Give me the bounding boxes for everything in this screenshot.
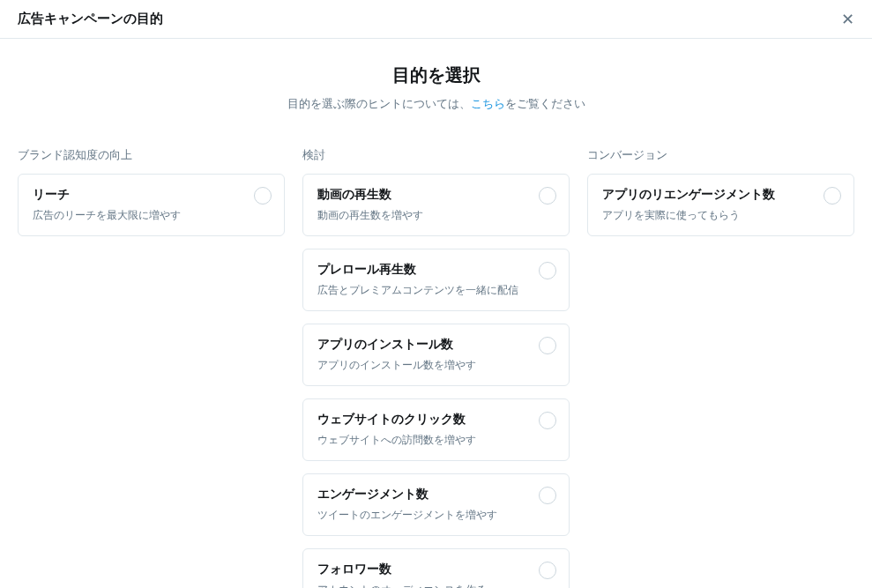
option-website-clicks[interactable]: ウェブサイトのクリック数 ウェブサイトへの訪問数を増やす xyxy=(302,398,570,461)
option-preroll-views[interactable]: プレロール再生数 広告とプレミアムコンテンツを一緒に配信 xyxy=(302,249,570,311)
intro-subtitle: 目的を選ぶ際のヒントについては、こちらをご覧ください xyxy=(0,96,872,112)
option-engagements[interactable]: エンゲージメント数 ツイートのエンゲージメントを増やす xyxy=(302,473,570,536)
column-consideration: 検討 動画の再生数 動画の再生数を増やす プレロール再生数 広告とプレミアムコン… xyxy=(302,147,570,588)
radio-icon xyxy=(539,262,556,279)
column-header-awareness: ブランド認知度の向上 xyxy=(18,147,285,163)
column-header-conversion: コンバージョン xyxy=(587,147,854,163)
option-app-installs[interactable]: アプリのインストール数 アプリのインストール数を増やす xyxy=(302,324,570,386)
close-button[interactable]: ✕ xyxy=(841,11,854,27)
option-title: フォロワー数 xyxy=(317,562,525,577)
option-app-reengagement[interactable]: アプリのリエンゲージメント数 アプリを実際に使ってもらう xyxy=(587,174,854,236)
option-desc: 広告とプレミアムコンテンツを一緒に配信 xyxy=(317,283,525,298)
column-awareness: ブランド認知度の向上 リーチ 広告のリーチを最大限に増やす xyxy=(18,147,285,588)
option-desc: アカウントのオーディエンスを作る xyxy=(317,583,525,588)
option-title: アプリのリエンゲージメント数 xyxy=(602,187,809,203)
option-desc: アプリのインストール数を増やす xyxy=(317,358,525,373)
option-video-views[interactable]: 動画の再生数 動画の再生数を増やす xyxy=(302,174,570,236)
dialog-title: 広告キャンペーンの目的 xyxy=(18,11,163,27)
radio-icon xyxy=(539,337,556,354)
option-title: プレロール再生数 xyxy=(317,262,525,278)
option-reach[interactable]: リーチ 広告のリーチを最大限に増やす xyxy=(18,174,285,236)
option-desc: ウェブサイトへの訪問数を増やす xyxy=(317,433,525,448)
objective-columns: ブランド認知度の向上 リーチ 広告のリーチを最大限に増やす 検討 動画の再生数 … xyxy=(0,121,872,588)
intro-title: 目的を選択 xyxy=(0,63,872,87)
intro-sub-prefix: 目的を選ぶ際のヒントについては、 xyxy=(287,97,471,110)
option-title: エンゲージメント数 xyxy=(317,487,525,502)
intro-link[interactable]: こちら xyxy=(471,97,505,110)
radio-icon xyxy=(539,487,556,504)
column-conversion: コンバージョン アプリのリエンゲージメント数 アプリを実際に使ってもらう xyxy=(587,147,854,588)
option-desc: アプリを実際に使ってもらう xyxy=(602,208,809,223)
intro-section: 目的を選択 目的を選ぶ際のヒントについては、こちらをご覧ください xyxy=(0,39,872,121)
close-icon: ✕ xyxy=(841,11,854,28)
option-desc: 広告のリーチを最大限に増やす xyxy=(33,208,240,223)
column-header-consideration: 検討 xyxy=(302,147,570,163)
option-desc: 動画の再生数を増やす xyxy=(317,208,525,223)
radio-icon xyxy=(824,187,841,205)
option-title: ウェブサイトのクリック数 xyxy=(317,412,525,428)
radio-icon xyxy=(539,187,556,205)
option-title: 動画の再生数 xyxy=(317,187,525,203)
option-title: アプリのインストール数 xyxy=(317,337,525,353)
option-followers[interactable]: フォロワー数 アカウントのオーディエンスを作る xyxy=(302,548,570,588)
radio-icon xyxy=(539,562,556,579)
radio-icon xyxy=(254,187,272,205)
intro-sub-suffix: をご覧ください xyxy=(505,97,585,110)
radio-icon xyxy=(539,412,556,429)
option-title: リーチ xyxy=(33,187,240,203)
option-desc: ツイートのエンゲージメントを増やす xyxy=(317,508,525,523)
dialog-header: 広告キャンペーンの目的 ✕ xyxy=(0,0,872,39)
